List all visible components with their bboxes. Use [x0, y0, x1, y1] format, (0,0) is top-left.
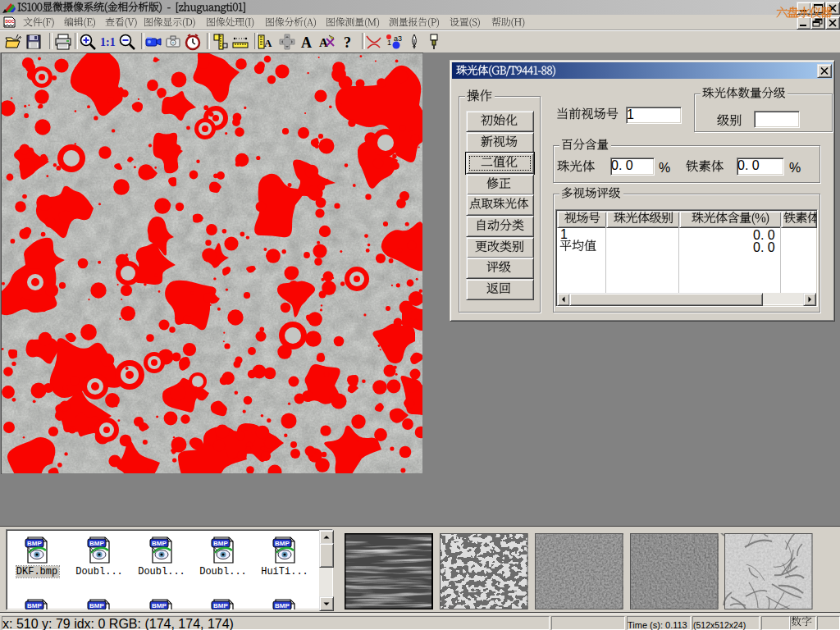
svg-text:DOC: DOC [6, 19, 16, 24]
svg-text:a3: a3 [394, 34, 402, 43]
svg-text:BMP: BMP [89, 540, 104, 547]
svg-text:BMP: BMP [27, 602, 42, 609]
svg-text:?: ? [344, 34, 351, 51]
svg-text:BMP: BMP [89, 602, 104, 609]
svg-text:A: A [264, 37, 272, 49]
svg-text:BMP: BMP [27, 540, 42, 547]
svg-text:BMP: BMP [275, 602, 290, 609]
svg-text:BMP: BMP [275, 540, 290, 547]
svg-text:BMP: BMP [152, 540, 167, 547]
svg-text:BMP: BMP [213, 602, 228, 609]
svg-text:A: A [301, 34, 312, 51]
svg-text:BMP: BMP [152, 602, 167, 609]
svg-text:BMP: BMP [213, 540, 228, 547]
svg-text:1:1: 1:1 [100, 36, 116, 48]
svg-text:A: A [319, 36, 328, 49]
svg-text:1: 1 [387, 39, 391, 47]
